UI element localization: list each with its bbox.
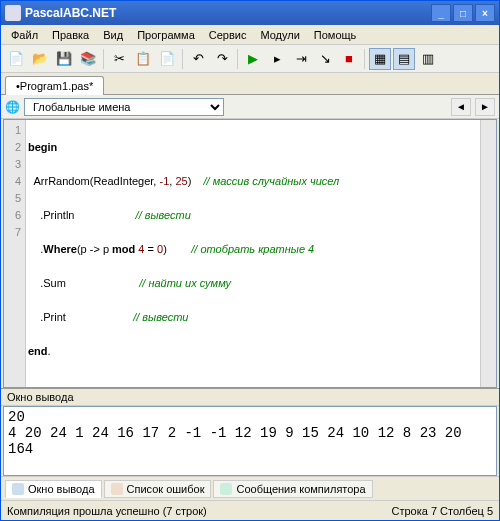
errors-icon bbox=[111, 483, 123, 495]
panel3-icon[interactable]: ▥ bbox=[417, 48, 439, 70]
menu-file[interactable]: Файл bbox=[5, 27, 44, 43]
vertical-scrollbar[interactable] bbox=[480, 120, 496, 387]
menu-help[interactable]: Помощь bbox=[308, 27, 363, 43]
debug-icon[interactable]: ▸ bbox=[266, 48, 288, 70]
nav-back-icon[interactable]: ◄ bbox=[451, 98, 471, 116]
line-number: 4 bbox=[4, 173, 21, 190]
code-line: .Sum bbox=[28, 277, 139, 289]
line-number: 3 bbox=[4, 156, 21, 173]
menu-service[interactable]: Сервис bbox=[203, 27, 253, 43]
scope-dropdown[interactable]: Глобальные имена bbox=[24, 98, 224, 116]
globe-icon: 🌐 bbox=[5, 100, 20, 114]
separator bbox=[237, 49, 238, 69]
line-number: 1 bbox=[4, 122, 21, 139]
redo-icon[interactable]: ↷ bbox=[211, 48, 233, 70]
new-icon[interactable]: 📄 bbox=[5, 48, 27, 70]
app-icon bbox=[5, 5, 21, 21]
line-number: 2 bbox=[4, 139, 21, 156]
separator bbox=[364, 49, 365, 69]
window-buttons: _ □ × bbox=[431, 4, 495, 22]
close-button[interactable]: × bbox=[475, 4, 495, 22]
separator bbox=[103, 49, 104, 69]
save-icon[interactable]: 💾 bbox=[53, 48, 75, 70]
status-cursor: Строка 7 Столбец 5 bbox=[391, 505, 493, 517]
btab-compiler[interactable]: Сообщения компилятора bbox=[213, 480, 372, 498]
menu-view[interactable]: Вид bbox=[97, 27, 129, 43]
code-line: begin bbox=[28, 141, 57, 153]
sub-toolbar: 🌐 Глобальные имена ◄ ► bbox=[1, 95, 499, 119]
restore-button[interactable]: □ bbox=[453, 4, 473, 22]
file-tabs: •Program1.pas* bbox=[1, 73, 499, 95]
tab-program1[interactable]: •Program1.pas* bbox=[5, 76, 104, 95]
panel1-icon[interactable]: ▦ bbox=[369, 48, 391, 70]
toolbar: 📄 📂 💾 📚 ✂ 📋 📄 ↶ ↷ ▶ ▸ ⇥ ↘ ■ ▦ ▤ ▥ bbox=[1, 45, 499, 73]
panel2-icon[interactable]: ▤ bbox=[393, 48, 415, 70]
code-line: . bbox=[28, 243, 43, 255]
output-icon bbox=[12, 483, 24, 495]
output-header: Окно вывода bbox=[1, 388, 499, 406]
menu-modules[interactable]: Модули bbox=[254, 27, 305, 43]
nav-fwd-icon[interactable]: ► bbox=[475, 98, 495, 116]
line-number: 6 bbox=[4, 207, 21, 224]
titlebar: PascalABC.NET _ □ × bbox=[1, 1, 499, 25]
output-panel[interactable]: 20 4 20 24 1 24 16 17 2 -1 -1 12 19 9 15… bbox=[3, 406, 497, 476]
cut-icon[interactable]: ✂ bbox=[108, 48, 130, 70]
paste-icon[interactable]: 📄 bbox=[156, 48, 178, 70]
stop-icon[interactable]: ■ bbox=[338, 48, 360, 70]
code-line: .Print bbox=[28, 311, 133, 323]
btab-errors[interactable]: Список ошибок bbox=[104, 480, 212, 498]
status-left: Компиляция прошла успешно (7 строк) bbox=[7, 505, 207, 517]
menubar: Файл Правка Вид Программа Сервис Модули … bbox=[1, 25, 499, 45]
window-title: PascalABC.NET bbox=[25, 6, 431, 20]
separator bbox=[182, 49, 183, 69]
menu-program[interactable]: Программа bbox=[131, 27, 201, 43]
code-line: end bbox=[28, 345, 48, 357]
line-number: 5 bbox=[4, 190, 21, 207]
code-line: .Println bbox=[28, 209, 136, 221]
run-icon[interactable]: ▶ bbox=[242, 48, 264, 70]
code-area[interactable]: begin ArrRandom(ReadInteger, -1, 25) // … bbox=[26, 120, 480, 387]
stepover-icon[interactable]: ⇥ bbox=[290, 48, 312, 70]
code-line: ArrRandom(ReadInteger, bbox=[28, 175, 159, 187]
saveall-icon[interactable]: 📚 bbox=[77, 48, 99, 70]
bottom-tabs: Окно вывода Список ошибок Сообщения комп… bbox=[1, 476, 499, 500]
compiler-icon bbox=[220, 483, 232, 495]
line-number: 7 bbox=[4, 224, 21, 241]
line-gutter: 1 2 3 4 5 6 7 bbox=[4, 120, 26, 387]
menu-edit[interactable]: Правка bbox=[46, 27, 95, 43]
copy-icon[interactable]: 📋 bbox=[132, 48, 154, 70]
undo-icon[interactable]: ↶ bbox=[187, 48, 209, 70]
statusbar: Компиляция прошла успешно (7 строк) Стро… bbox=[1, 500, 499, 520]
open-icon[interactable]: 📂 bbox=[29, 48, 51, 70]
code-editor[interactable]: 1 2 3 4 5 6 7 begin ArrRandom(ReadIntege… bbox=[3, 119, 497, 388]
minimize-button[interactable]: _ bbox=[431, 4, 451, 22]
stepinto-icon[interactable]: ↘ bbox=[314, 48, 336, 70]
btab-output[interactable]: Окно вывода bbox=[5, 480, 102, 498]
